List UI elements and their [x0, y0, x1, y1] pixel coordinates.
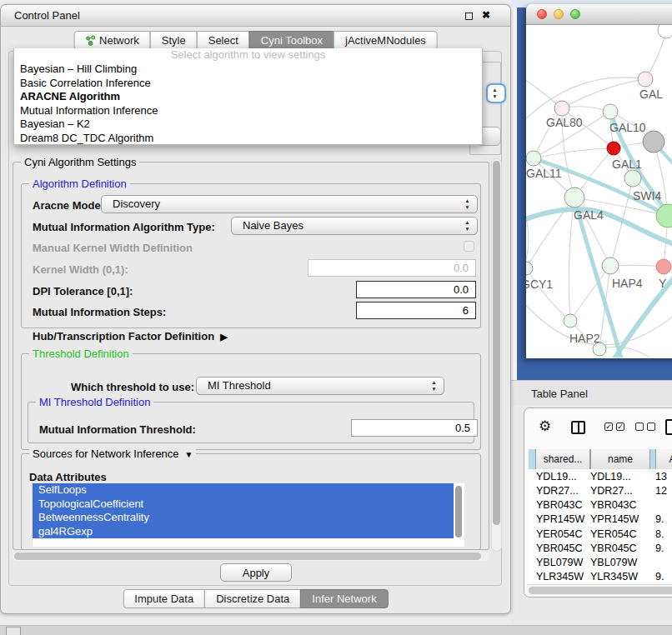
gear-icon[interactable]: ⚙	[539, 418, 551, 435]
table-row[interactable]: YBL079WYBL079W	[529, 556, 672, 570]
table-cell: 13	[654, 471, 672, 482]
close-icon[interactable]: ✖	[482, 9, 490, 21]
table-row[interactable]: YER054CYER054C8.	[529, 527, 672, 541]
table-row[interactable]: YLR345WYLR345W9.	[529, 570, 672, 584]
network-node-y[interactable]	[656, 259, 671, 274]
algorithm-option-mutual-information-inference[interactable]: Mutual Information Inference	[14, 104, 482, 118]
network-edge[interactable]	[526, 268, 570, 321]
algorithm-combo-fragment[interactable]: ▲▼	[486, 83, 506, 103]
network-canvas[interactable]: GALGAL80GAL10GAL1GAL11SWI4GAL4GCY1HAP4YH…	[526, 25, 672, 358]
table-row[interactable]: YDL19...YDL19...13	[529, 469, 672, 483]
data-attributes-label: Data Attributes	[29, 471, 107, 483]
table-cell: YLR345W	[529, 571, 590, 582]
attribute-item-betweennesscentrality[interactable]: BetweennessCentrality	[33, 511, 454, 525]
table-row[interactable]: YBR045CYBR045C9.	[529, 541, 672, 555]
apply-button[interactable]: Apply	[220, 563, 292, 582]
aracne-mode-select[interactable]: Discovery ▲▼	[101, 195, 478, 213]
column-header-shared[interactable]: shared...	[535, 449, 590, 469]
tab-select[interactable]: Select	[197, 31, 250, 50]
column-header-a[interactable]: A	[655, 449, 672, 469]
network-edge[interactable]	[526, 78, 645, 123]
network-node-hap2[interactable]	[564, 314, 577, 328]
panel-splitter[interactable]	[511, 8, 517, 380]
checkbox-checked-icon: ✓	[616, 422, 624, 431]
control-panel-titlebar: Control Panel ✖	[1, 5, 510, 27]
dpi-tolerance-input[interactable]: 0.0	[356, 281, 476, 298]
algorithm-option-basic-correlation-inference[interactable]: Basic Correlation Inference	[14, 77, 482, 91]
network-edge[interactable]	[562, 79, 645, 108]
hub-definition-expander[interactable]: Hub/Transcription Factor Definition▶	[33, 330, 228, 342]
document-icon[interactable]	[665, 419, 672, 435]
bottom-tab-impute-data[interactable]: Impute Data	[123, 589, 205, 608]
network-edge[interactable]	[534, 148, 614, 158]
checkbox-empty-icon	[647, 422, 655, 431]
network-node-hap4[interactable]	[602, 258, 619, 274]
bottom-tab-infer-network[interactable]: Infer Network	[300, 589, 388, 608]
attribute-item-topologicalcoefficient[interactable]: TopologicalCoefficient	[33, 498, 454, 512]
attribute-item-selfloops[interactable]: SelfLoops	[33, 483, 454, 498]
settings-horizontal-scrollbar[interactable]	[13, 552, 489, 561]
table-cell: YLR345W	[590, 571, 654, 582]
sources-expander[interactable]: Sources for Network Inference▼	[29, 448, 196, 460]
table-cell: YDL19...	[590, 471, 654, 482]
network-node-gal[interactable]	[638, 72, 653, 87]
mi-threshold-label: Mutual Information Threshold:	[39, 423, 196, 436]
network-node-gal80[interactable]	[554, 101, 569, 116]
network-window-titlebar[interactable]	[526, 4, 672, 25]
network-node[interactable]	[658, 25, 672, 38]
scrollbar-thumb[interactable]	[14, 552, 481, 560]
network-tab-icon	[85, 35, 95, 46]
mi-threshold-input[interactable]: 0.5	[351, 419, 478, 437]
mi-steps-input[interactable]: 6	[356, 302, 476, 319]
screen: GALGAL80GAL10GAL1GAL11SWI4GAL4GCY1HAP4YH…	[0, 0, 672, 635]
table-row[interactable]: YDR27...YDR27...12	[529, 483, 672, 498]
float-window-icon[interactable]	[465, 12, 473, 20]
table-cell: YBL079W	[529, 557, 590, 568]
algorithm-option-bayesian-k2[interactable]: Bayesian – K2	[14, 118, 482, 132]
network-edge[interactable]	[599, 347, 651, 358]
network-node[interactable]	[656, 204, 672, 228]
network-node-gal4[interactable]	[564, 188, 584, 208]
mi-type-select[interactable]: Naive Bayes ▲▼	[231, 217, 478, 235]
table-cell: YPR145W	[590, 513, 654, 525]
group-title: MI Threshold Definition	[36, 396, 153, 408]
which-threshold-select[interactable]: MI Threshold ▲▼	[196, 377, 444, 395]
zoom-window-icon[interactable]	[570, 9, 580, 19]
kernel-width-input[interactable]: 0.0	[308, 259, 476, 277]
combo-arrows-icon: ▲▼	[464, 219, 471, 232]
network-node-gal11[interactable]	[526, 151, 541, 166]
network-graph: GALGAL80GAL10GAL1GAL11SWI4GAL4GCY1HAP4YH…	[526, 25, 672, 358]
tab-cyni-toolbox[interactable]: Cyni Toolbox	[249, 31, 334, 50]
select-all-icon[interactable]: ✓ ✓	[604, 422, 624, 431]
network-node[interactable]	[593, 342, 606, 356]
deselect-all-icon[interactable]	[635, 422, 655, 431]
table-row[interactable]: YPR145WYPR145W9.	[529, 512, 672, 527]
network-node-gal10[interactable]	[603, 104, 618, 119]
network-node-gal1[interactable]	[607, 142, 620, 155]
node-label-gal4: GAL4	[574, 208, 604, 222]
bottom-tab-discretize-data[interactable]: Discretize Data	[204, 589, 301, 608]
table-row[interactable]: YBR043CYBR043C	[529, 498, 672, 512]
algorithm-option-dream8-dc-tdc-algorithm[interactable]: Dream8 DC_TDC Algorithm	[14, 132, 482, 146]
scrollbar-thumb[interactable]	[493, 161, 500, 525]
column-header-name[interactable]: name	[590, 449, 650, 469]
tab-network[interactable]: Network	[73, 31, 151, 50]
algorithm-option-bayesian-hill-climbing[interactable]: Bayesian – Hill Climbing	[14, 62, 482, 77]
scrollbar-thumb[interactable]	[455, 486, 462, 538]
node-label-gal80: GAL80	[546, 116, 583, 129]
minimize-window-icon[interactable]	[554, 9, 564, 19]
scrollbar-thumb[interactable]	[529, 587, 672, 594]
network-node-gcy1[interactable]	[526, 262, 533, 275]
close-window-icon[interactable]	[537, 9, 547, 19]
network-node-swi4[interactable]	[624, 170, 641, 187]
tab-style[interactable]: Style	[150, 31, 198, 50]
tab-jactivemnodules[interactable]: jActiveMNodules	[333, 31, 438, 50]
table-horizontal-scrollbar[interactable]	[527, 584, 672, 595]
settings-vertical-scrollbar[interactable]	[491, 158, 502, 552]
columns-icon[interactable]	[571, 421, 585, 434]
data-attributes-listbox[interactable]: SelfLoopsTopologicalCoefficientBetweenne…	[33, 483, 464, 547]
algorithm-option-aracne-algorithm[interactable]: ARACNE Algorithm	[14, 90, 482, 104]
manual-kernel-checkbox[interactable]	[464, 241, 474, 252]
attribute-item-gal4rgexp[interactable]: gal4RGexp	[33, 525, 454, 539]
network-node[interactable]	[643, 131, 664, 152]
